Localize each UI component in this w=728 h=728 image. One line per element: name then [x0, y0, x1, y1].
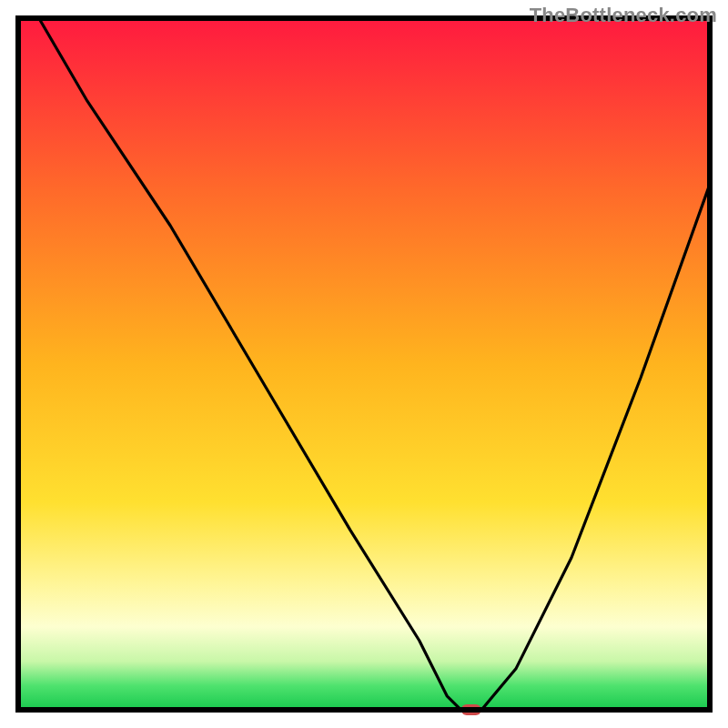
gradient-background: [18, 18, 710, 710]
bottleneck-chart: TheBottleneck.com: [0, 0, 728, 728]
plot-svg: [0, 0, 728, 728]
